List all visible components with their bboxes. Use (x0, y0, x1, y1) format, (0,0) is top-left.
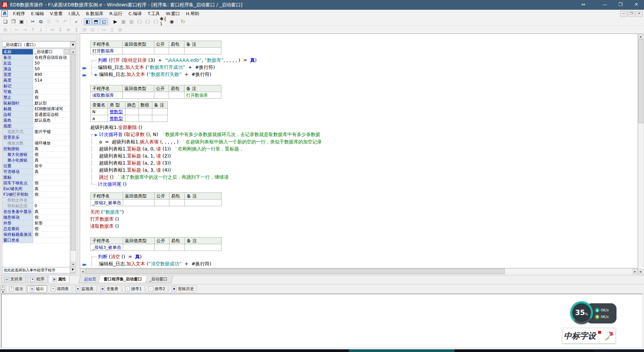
output-tab-输出[interactable]: ▤输出 (27, 285, 47, 293)
code-line[interactable]: │ 超级列表框1.置标题 (a, 3, 读 (4)) (80, 167, 638, 174)
code-line[interactable]: │ 超级列表框1.置标题 (a, 1, 读 (2)) (80, 152, 638, 160)
property-value[interactable]: 假 (33, 192, 70, 197)
property-value[interactable]: 真 (33, 209, 70, 215)
table-cell[interactable] (125, 108, 139, 115)
property-value[interactable]: 真 (33, 146, 70, 152)
subroutine-table[interactable]: 子程序名返回值类型公开易包备 注_按钮2_被单击 (90, 192, 222, 206)
table-cell[interactable]: 整数型 (108, 108, 125, 115)
scroll-thumb[interactable] (86, 269, 505, 274)
property-value[interactable]: 0 (33, 203, 70, 209)
table-cell[interactable]: 读取数据库 (91, 92, 123, 99)
table-cell[interactable] (123, 200, 155, 206)
editor-vertical-scrollbar[interactable]: ▲ ▼ (638, 34, 644, 275)
table-cell[interactable] (125, 115, 139, 122)
scroll-down-arrow[interactable]: ▼ (71, 262, 75, 267)
code-line[interactable]: ┌-- 判断 (清空 () = 真) (80, 253, 638, 260)
table-cell[interactable] (184, 48, 221, 54)
table-cell[interactable]: 打开数据库 (184, 92, 221, 99)
scroll-thumb[interactable] (71, 54, 75, 251)
property-value[interactable]: 矩形 (33, 220, 70, 226)
mdi-restore-button[interactable]: ❐ (628, 11, 635, 17)
output-tab-监视表[interactable]: ◉监视表 (72, 285, 97, 293)
speed-gauge-widget[interactable]: ▲ 0K/s ▼ 0K/s 35 % (570, 301, 617, 325)
table-cell[interactable] (123, 244, 155, 251)
code-line[interactable]: 打开数据库 () (80, 216, 638, 223)
property-value[interactable]: 50 (33, 66, 70, 72)
ellipsis-button[interactable]: … (64, 49, 69, 54)
property-value[interactable]: 真 (33, 158, 70, 163)
code-line[interactable]: ▶▶└-▶ 编辑框_日志.加入文本 (“数据库打失败” + #换行符) (80, 71, 638, 78)
property-value[interactable]: 循环播放 (33, 140, 70, 146)
property-value[interactable]: 默认型 (33, 100, 70, 106)
panel-close-button[interactable]: ✕ (1, 285, 5, 290)
table-cell[interactable]: 整数型 (108, 115, 125, 122)
output-tab-变量表[interactable]: ▦变量表 (97, 285, 121, 293)
maximize-button[interactable]: ❐ (615, 2, 626, 7)
table-cell[interactable] (185, 200, 222, 206)
table-cell[interactable] (155, 200, 169, 206)
panel-tab-属性[interactable]: ▦属性 (49, 276, 69, 283)
menu-item-3[interactable]: V.查看 (47, 10, 65, 17)
cut-button[interactable]: ✂ (29, 18, 37, 25)
property-value[interactable]: 在程序启动后自动 (33, 55, 70, 60)
menu-item-4[interactable]: I.插入 (65, 10, 83, 17)
float-button[interactable]: ⇔ (578, 2, 589, 7)
code-line[interactable]: 读取数据库 () (80, 223, 638, 230)
selector-dropdown-arrow[interactable]: ▼ (70, 42, 76, 48)
panel-tab-支持库[interactable]: ▤支持库 (1, 276, 26, 283)
code-line[interactable]: 关闭 (“数据库”) (80, 209, 638, 216)
output-tab-提示[interactable]: ?提示 (6, 285, 26, 293)
property-value[interactable]: 50 (33, 60, 70, 66)
table-cell[interactable] (169, 200, 185, 206)
property-value[interactable]: 假 (33, 95, 70, 100)
new-file-button[interactable]: ❏ (1, 18, 9, 25)
table-cell[interactable] (154, 48, 169, 54)
property-value[interactable]: 890 (33, 72, 70, 78)
output-tab-搜寻1[interactable]: ⌕搜寻1 (122, 285, 145, 293)
property-value[interactable]: 假 (33, 180, 70, 186)
property-value[interactable]: 真 (33, 186, 70, 192)
event-dropdown-arrow[interactable]: ▼ (70, 267, 75, 273)
pause-button[interactable]: ◉ (168, 18, 176, 25)
table-cell[interactable] (152, 115, 168, 122)
scroll-left-arrow[interactable]: ◀ (80, 269, 85, 274)
property-value[interactable]: 普通固定边框 (33, 112, 70, 118)
property-value[interactable]: 默认底色 (33, 118, 70, 123)
scroll-up-arrow[interactable]: ▲ (71, 49, 75, 54)
property-value[interactable]: 假 (33, 215, 70, 220)
output-area[interactable] (1, 294, 643, 348)
breakpoint-button[interactable]: ✱{ } (160, 18, 168, 25)
table-cell[interactable] (154, 92, 169, 99)
copy-button[interactable]: ⧉ (37, 18, 45, 25)
scroll-right-arrow[interactable]: ▶ (633, 269, 638, 274)
layout-left-toggle[interactable]: ◧ (84, 18, 92, 25)
close-button[interactable]: ✕ (631, 2, 642, 7)
panel-tab-程序[interactable]: ❖程序 (27, 276, 48, 283)
menu-item-2[interactable]: E.编辑 (28, 10, 47, 17)
property-value[interactable]: 居中 (33, 163, 70, 169)
layout-bottom-toggle[interactable]: ⬒ (92, 18, 100, 25)
table-cell[interactable] (152, 108, 168, 115)
subroutine-table[interactable]: 子程序名返回值类型公开易包备 注读取数据库打开数据库 (90, 85, 221, 99)
property-value[interactable]: EDB数据库读写 (33, 106, 70, 112)
table-cell[interactable] (185, 244, 222, 251)
mdi-close-button[interactable]: ✕ (636, 11, 643, 17)
open-file-button[interactable]: ❐ (9, 18, 17, 25)
property-value[interactable] (33, 175, 70, 180)
code-line[interactable]: │ 超级列表框1.置标题 (a, 0, 读 (1)) ′ 在刚刚插入的一行里，置… (80, 145, 638, 152)
menu-item-1[interactable]: F.程序 (10, 10, 28, 17)
scroll-thumb[interactable] (638, 39, 643, 123)
property-grid-scrollbar[interactable]: ▲ ▼ (70, 49, 76, 267)
layout-both-toggle[interactable]: ◱ (100, 18, 108, 25)
property-value[interactable]: 假 (33, 152, 70, 158)
scroll-up-arrow[interactable]: ▲ (638, 34, 643, 39)
help-find-button[interactable]: ?⌕ (179, 18, 187, 25)
property-value[interactable] (33, 237, 70, 243)
subroutine-table[interactable]: 子程序名返回值类型公开易包备 注打开数据库 (90, 41, 221, 54)
table-cell[interactable]: 打开数据库 (91, 48, 123, 54)
component-selector[interactable]: _启动窗口（窗口） (2, 41, 75, 48)
editor-tab[interactable]: 窗口程序集_启动窗口 (98, 276, 147, 283)
table-cell[interactable] (169, 48, 184, 54)
minimize-button[interactable]: — (599, 2, 610, 7)
property-value[interactable] (33, 197, 70, 203)
